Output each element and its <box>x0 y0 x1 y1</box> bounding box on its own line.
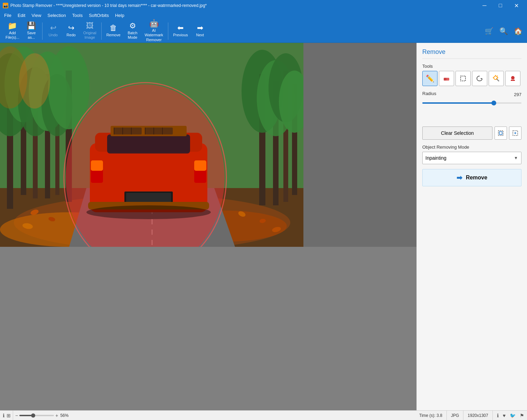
main-container: Remove Tools ✏️ <box>0 43 527 410</box>
status-right: Time (s): 3.8 JPG 1920x1307 ℹ ♥ 🐦 ⚑ <box>419 411 524 420</box>
remove-label: Remove <box>106 33 121 37</box>
radius-row: Radius 297 <box>422 91 521 98</box>
undo-label: Undo <box>49 33 58 37</box>
clear-selection-button[interactable]: Clear Selection <box>422 127 492 140</box>
clear-selection-row: Clear Selection <box>422 127 521 140</box>
status-separator-2 <box>446 411 447 420</box>
zoom-thumb[interactable] <box>31 413 35 418</box>
zoom-percent: 56% <box>60 413 68 418</box>
separator-3 <box>168 22 168 40</box>
redo-label: Redo <box>67 33 76 37</box>
tools-label: Tools <box>422 64 521 69</box>
remove-panel-button[interactable]: ➡ Remove <box>422 169 521 186</box>
tools-section: Tools ✏️ <box>422 64 521 86</box>
previous-icon: ⬅ <box>177 24 183 32</box>
ai-watermark-icon: 🤖 <box>149 20 159 27</box>
original-image-icon: 🖼 <box>86 22 94 30</box>
radius-slider-thumb[interactable] <box>491 101 496 105</box>
status-bar: ℹ ⊞ − + 56% Time (s): 3.8 JPG 1920x1307 … <box>0 410 527 420</box>
original-image-button[interactable]: 🖼 Original Image <box>81 21 99 41</box>
title-bar: 📷 Photo Stamp Remover - ****Unregistered… <box>0 0 527 11</box>
toolbar: 📁 Add File(s)... 💾 Save as... ↩ Undo ↪ R… <box>0 19 527 43</box>
zoom-track[interactable] <box>19 415 54 416</box>
title-bar-text: Photo Stamp Remover - ****Unregistered v… <box>10 3 207 8</box>
separator-2 <box>101 22 102 40</box>
status-separator-4 <box>492 411 493 420</box>
maximize-button[interactable]: □ <box>492 0 508 11</box>
menu-bar: File Edit View Selection Tools SoftOrbit… <box>0 11 527 19</box>
svg-rect-33 <box>107 134 190 153</box>
svg-rect-71 <box>498 131 503 136</box>
svg-rect-72 <box>499 132 502 134</box>
right-panel: Remove Tools ✏️ <box>416 43 527 410</box>
close-button[interactable]: ✕ <box>508 0 524 11</box>
canvas-area[interactable] <box>0 43 416 410</box>
menu-selection[interactable]: Selection <box>45 12 68 19</box>
undo-icon: ↩ <box>50 24 56 32</box>
menu-softorbits[interactable]: SoftOrbits <box>86 12 112 19</box>
previous-label: Previous <box>173 33 188 37</box>
tool-eraser[interactable] <box>439 71 454 86</box>
svg-rect-39 <box>126 193 171 202</box>
time-label: Time (s): 3.8 <box>419 413 442 418</box>
zoom-out-button[interactable]: − <box>15 413 18 418</box>
status-twitter-icon[interactable]: 🐦 <box>510 413 516 418</box>
load-selection-button[interactable] <box>509 127 521 140</box>
zoom-in-button[interactable]: + <box>55 413 58 418</box>
menu-file[interactable]: File <box>1 12 14 19</box>
remove-arrow-icon: ➡ <box>457 174 462 182</box>
save-selection-button[interactable] <box>495 127 507 140</box>
tool-magic-wand[interactable] <box>489 71 504 86</box>
radius-slider-track <box>422 102 521 104</box>
spacer <box>422 111 521 122</box>
ai-watermark-remover-button[interactable]: 🤖 AI Watermark Remover <box>142 21 166 41</box>
svg-point-67 <box>511 76 515 80</box>
save-as-icon: 💾 <box>27 22 36 30</box>
save-as-button[interactable]: 💾 Save as... <box>23 21 40 41</box>
next-button[interactable]: ➡ Next <box>191 21 209 41</box>
mode-dropdown[interactable]: Inpainting Smart Fill Content Aware <box>422 152 521 164</box>
toolbar-right: 🛒 🔍 🏠 <box>483 25 524 37</box>
settings-button[interactable]: 🏠 <box>512 25 524 37</box>
menu-tools[interactable]: Tools <box>69 12 85 19</box>
mode-dropdown-container: Inpainting Smart Fill Content Aware ▼ <box>422 152 521 164</box>
previous-button[interactable]: ⬅ Previous <box>170 21 191 41</box>
tool-rect-select[interactable] <box>455 71 471 86</box>
status-info-icon[interactable]: ℹ <box>497 413 499 418</box>
minimize-button[interactable]: ─ <box>477 0 492 11</box>
svg-rect-60 <box>461 76 465 81</box>
add-files-button[interactable]: 📁 Add File(s)... <box>3 21 22 41</box>
batch-mode-button[interactable]: ⚙ Batch Mode <box>124 21 141 41</box>
menu-edit[interactable]: Edit <box>15 12 28 19</box>
batch-mode-label: Batch Mode <box>128 31 138 40</box>
remove-button-toolbar[interactable]: 🗑 Remove <box>104 21 123 41</box>
tool-brush[interactable]: ✏️ <box>422 71 437 86</box>
search-button-toolbar[interactable]: 🔍 <box>497 25 510 37</box>
redo-button[interactable]: ↪ Redo <box>63 21 80 41</box>
save-as-label: Save as... <box>27 31 36 40</box>
status-heart-icon[interactable]: ♥ <box>503 413 506 418</box>
zoom-slider-container: − + <box>15 413 58 418</box>
tool-lasso[interactable] <box>472 71 487 86</box>
status-left: ℹ ⊞ − + 56% <box>3 411 416 420</box>
menu-view[interactable]: View <box>29 12 44 19</box>
remove-icon: 🗑 <box>110 24 117 32</box>
undo-button[interactable]: ↩ Undo <box>45 21 62 41</box>
next-label: Next <box>196 33 204 37</box>
svg-point-50 <box>86 205 211 219</box>
menu-help[interactable]: Help <box>112 12 127 19</box>
next-icon: ➡ <box>197 24 203 32</box>
app-icon: 📷 <box>3 3 8 8</box>
format-label: JPG <box>451 413 459 418</box>
ai-watermark-label: AI Watermark Remover <box>145 28 163 42</box>
svg-rect-59 <box>444 78 446 81</box>
tool-stamp[interactable] <box>505 71 520 86</box>
radius-slider-container[interactable] <box>422 100 521 106</box>
object-removing-mode-section: Object Removing Mode Inpainting Smart Fi… <box>422 144 521 164</box>
panel-title: Remove <box>422 48 521 59</box>
status-icon-crop[interactable]: ⊞ <box>7 413 11 418</box>
cart-button[interactable]: 🛒 <box>483 25 495 37</box>
status-flag-icon[interactable]: ⚑ <box>520 413 524 418</box>
status-icon-info[interactable]: ℹ <box>3 413 4 418</box>
dimensions-label: 1920x1307 <box>468 413 488 418</box>
